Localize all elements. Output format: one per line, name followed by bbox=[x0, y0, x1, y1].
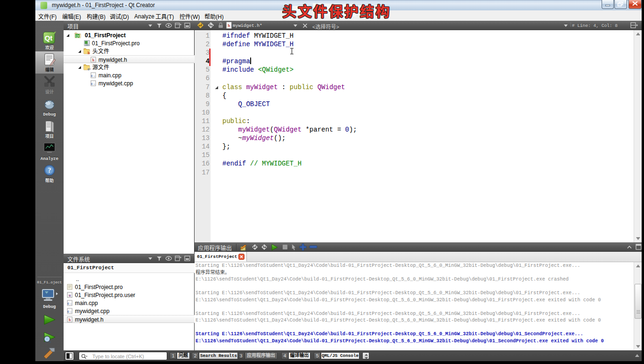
svg-text:c→: c→ bbox=[91, 74, 96, 77]
svg-text:c→: c→ bbox=[67, 302, 72, 305]
svg-text:Qt: Qt bbox=[45, 34, 53, 42]
svg-text:?: ? bbox=[48, 167, 51, 174]
svg-text:c→: c→ bbox=[67, 310, 72, 313]
svg-text:Qt: Qt bbox=[76, 34, 79, 38]
svg-text:h: h bbox=[88, 51, 90, 55]
svg-text:h: h bbox=[228, 23, 230, 28]
svg-text:u: u bbox=[69, 293, 71, 298]
svg-text:h: h bbox=[92, 58, 95, 62]
svg-text:h: h bbox=[69, 318, 71, 322]
svg-text:c→: c→ bbox=[91, 82, 96, 85]
svg-text:c+: c+ bbox=[88, 67, 90, 71]
